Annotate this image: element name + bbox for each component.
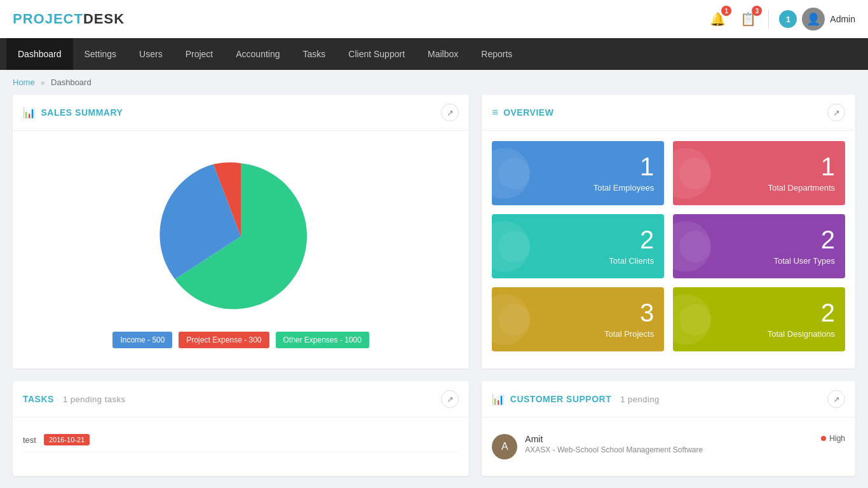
task-name: test bbox=[23, 435, 36, 445]
stat-user-types: 2 Total User Types bbox=[673, 214, 845, 278]
nav-users[interactable]: Users bbox=[128, 38, 174, 70]
pie-chart bbox=[146, 147, 336, 325]
nav-reports[interactable]: Reports bbox=[470, 38, 524, 70]
stat-clients-label: Total Clients bbox=[609, 256, 654, 266]
overview-title: ≡ OVERVIEW bbox=[492, 107, 553, 118]
sales-summary-title: 📊 SALES SUMMARY bbox=[23, 107, 123, 119]
tasks-title: TASKS 1 pending tasks bbox=[23, 394, 126, 404]
legend-income: Income - 500 bbox=[112, 332, 172, 348]
nav-settings[interactable]: Settings bbox=[73, 38, 128, 70]
message-wrap[interactable]: 📋 3 bbox=[738, 9, 758, 29]
tasks-pending-info: 1 pending tasks bbox=[63, 395, 126, 404]
cs-body: A Amit AXASX - Web-School School Managem… bbox=[482, 417, 855, 476]
stat-clients: 2 Total Clients bbox=[492, 214, 664, 278]
customer-support-card: 📊 CUSTOMER SUPPORT 1 pending ↗ A Amit AX… bbox=[482, 381, 855, 476]
logo-part1: PROJECT bbox=[13, 11, 83, 27]
cs-name: Amit bbox=[525, 434, 813, 444]
sales-summary-expand[interactable]: ↗ bbox=[441, 104, 459, 121]
stat-employees: 1 Total Employees bbox=[492, 141, 664, 205]
stat-user-types-num: 2 bbox=[821, 227, 835, 252]
sales-summary-header: 📊 SALES SUMMARY ↗ bbox=[13, 95, 469, 131]
notification-badge: 1 bbox=[721, 6, 731, 16]
overview-card: ≡ OVERVIEW ↗ 1 Total Employees 1 Total D… bbox=[482, 95, 855, 369]
stat-user-types-label: Total User Types bbox=[773, 256, 835, 266]
main-content: 📊 SALES SUMMARY ↗ bbox=[0, 95, 868, 488]
stat-projects-num: 3 bbox=[640, 300, 654, 325]
stat-projects: 3 Total Projects bbox=[492, 287, 664, 351]
row-1: 📊 SALES SUMMARY ↗ bbox=[13, 95, 855, 369]
nav-accounting[interactable]: Accounting bbox=[224, 38, 291, 70]
tasks-body: test 2016-10-21 bbox=[13, 417, 469, 463]
user-num-badge: 1 bbox=[779, 10, 797, 28]
cs-title: 📊 CUSTOMER SUPPORT 1 pending bbox=[492, 393, 660, 405]
cs-info: Amit AXASX - Web-School School Managemen… bbox=[525, 434, 813, 454]
cs-desc: AXASX - Web-School School Management Sof… bbox=[525, 445, 813, 454]
user-wrap[interactable]: 1 👤 Admin bbox=[779, 8, 855, 30]
tasks-header: TASKS 1 pending tasks ↗ bbox=[13, 381, 469, 417]
avatar: 👤 bbox=[802, 8, 825, 30]
stat-projects-label: Total Projects bbox=[604, 329, 654, 339]
user-name: Admin bbox=[830, 14, 855, 24]
task-row: test 2016-10-21 bbox=[23, 428, 459, 452]
nav-client-support[interactable]: Client Support bbox=[337, 38, 416, 70]
header: PROJECTDESK 🔔 1 📋 3 1 👤 Admin bbox=[0, 0, 868, 38]
logo-part2: DESK bbox=[83, 11, 125, 27]
pie-container: Income - 500 Project Expense - 300 Other… bbox=[23, 141, 459, 358]
cs-expand[interactable]: ↗ bbox=[827, 390, 845, 408]
priority-dot bbox=[821, 436, 826, 441]
stat-designations-num: 2 bbox=[821, 300, 835, 325]
stat-departments-num: 1 bbox=[821, 154, 835, 179]
stat-designations: 2 Total Designations bbox=[673, 287, 845, 351]
list-icon: ≡ bbox=[492, 107, 498, 118]
nav-dashboard[interactable]: Dashboard bbox=[6, 38, 73, 70]
message-badge: 3 bbox=[752, 6, 762, 16]
logo: PROJECTDESK bbox=[13, 11, 125, 27]
overview-expand[interactable]: ↗ bbox=[827, 104, 845, 121]
priority-label: High bbox=[829, 434, 845, 443]
task-date: 2016-10-21 bbox=[44, 434, 90, 445]
header-right: 🔔 1 📋 3 1 👤 Admin bbox=[707, 8, 855, 30]
tasks-card: TASKS 1 pending tasks ↗ test 2016-10-21 bbox=[13, 381, 469, 476]
stat-departments-label: Total Departments bbox=[768, 183, 836, 193]
navbar: Dashboard Settings Users Project Account… bbox=[0, 38, 868, 70]
nav-tasks[interactable]: Tasks bbox=[292, 38, 337, 70]
cs-avatar: A bbox=[492, 434, 517, 459]
cs-pending-info: 1 pending bbox=[620, 395, 660, 404]
sales-summary-body: Income - 500 Project Expense - 300 Other… bbox=[13, 131, 469, 369]
cs-priority: High bbox=[821, 434, 845, 443]
breadcrumb: Home » Dashboard bbox=[0, 70, 868, 95]
chart-icon: 📊 bbox=[23, 107, 36, 119]
stat-designations-label: Total Designations bbox=[768, 329, 835, 339]
breadcrumb-current: Dashboard bbox=[51, 78, 92, 87]
overview-grid: 1 Total Employees 1 Total Departments 2 … bbox=[482, 131, 855, 362]
legend-project-expense: Project Expense - 300 bbox=[179, 332, 269, 348]
header-divider bbox=[768, 10, 769, 29]
pie-legend: Income - 500 Project Expense - 300 Other… bbox=[112, 332, 369, 348]
stat-employees-label: Total Employees bbox=[593, 183, 654, 193]
cs-header: 📊 CUSTOMER SUPPORT 1 pending ↗ bbox=[482, 381, 855, 417]
nav-project[interactable]: Project bbox=[174, 38, 225, 70]
sales-summary-card: 📊 SALES SUMMARY ↗ bbox=[13, 95, 469, 369]
breadcrumb-sep: » bbox=[41, 79, 44, 86]
row-2: TASKS 1 pending tasks ↗ test 2016-10-21 … bbox=[13, 381, 855, 476]
overview-header: ≡ OVERVIEW ↗ bbox=[482, 95, 855, 131]
breadcrumb-home[interactable]: Home bbox=[13, 78, 35, 87]
stat-employees-num: 1 bbox=[640, 154, 654, 179]
cs-chart-icon: 📊 bbox=[492, 393, 505, 405]
notification-bell-wrap[interactable]: 🔔 1 bbox=[707, 9, 728, 29]
stat-departments: 1 Total Departments bbox=[673, 141, 845, 205]
nav-mailbox[interactable]: Mailbox bbox=[416, 38, 470, 70]
tasks-expand[interactable]: ↗ bbox=[441, 390, 459, 408]
cs-row: A Amit AXASX - Web-School School Managem… bbox=[492, 428, 845, 466]
legend-other-expenses: Other Expenses - 1000 bbox=[276, 332, 369, 348]
stat-clients-num: 2 bbox=[640, 227, 654, 252]
